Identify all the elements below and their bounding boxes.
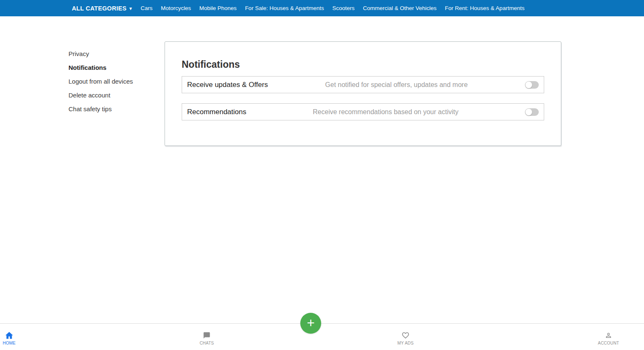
toggle-knob <box>525 82 532 88</box>
setting-description-recommendations: Receive recommendations based on your ac… <box>246 108 525 116</box>
all-categories-label: ALL CATEGORIES <box>72 5 127 12</box>
sidebar-item-chat-safety-tips[interactable]: Chat safety tips <box>68 102 133 116</box>
top-nav-item-mobile-phones[interactable]: Mobile Phones <box>199 5 236 11</box>
chat-icon <box>203 332 210 339</box>
setting-label-updates-offers: Receive updates & Offers <box>187 81 268 89</box>
top-nav-item-for-sale-houses[interactable]: For Sale: Houses & Apartments <box>245 5 324 11</box>
bottom-nav-my-ads-label: MY ADS <box>398 341 414 345</box>
bottom-nav-home-label: HOME <box>3 341 16 345</box>
top-nav-item-commercial-vehicles[interactable]: Commercial & Other Vehicles <box>363 5 436 11</box>
top-nav-item-for-rent-houses[interactable]: For Rent: Houses & Apartments <box>445 5 525 11</box>
setting-description-updates-offers: Get notified for special offers, updates… <box>268 81 525 89</box>
sidebar-item-notifications[interactable]: Notifications <box>68 61 133 74</box>
bottom-nav-chats-label: CHATS <box>200 341 214 345</box>
heart-icon <box>401 332 410 339</box>
home-icon <box>5 332 13 339</box>
setting-label-recommendations: Recommendations <box>187 108 246 116</box>
recommendations-toggle[interactable] <box>525 108 539 116</box>
all-categories-menu[interactable]: ALL CATEGORIES ▾ <box>72 5 132 12</box>
notifications-card: Notifications Receive updates & Offers G… <box>165 41 561 146</box>
sidebar-item-privacy[interactable]: Privacy <box>68 47 133 61</box>
page-title: Notifications <box>182 59 544 70</box>
toggle-knob <box>525 109 532 115</box>
sidebar-item-delete-account[interactable]: Delete account <box>68 88 133 102</box>
bottom-nav-home[interactable]: HOME <box>0 332 18 345</box>
updates-offers-toggle[interactable] <box>525 81 539 89</box>
setting-row-updates-offers: Receive updates & Offers Get notified fo… <box>182 76 544 93</box>
plus-icon: + <box>300 313 321 332</box>
settings-sidebar: Privacy Notifications Logout from all de… <box>68 47 133 116</box>
bottom-nav: HOME CHATS + MY ADS ACCOUNT <box>0 323 644 350</box>
setting-row-recommendations: Recommendations Receive recommendations … <box>182 103 544 120</box>
top-nav-item-cars[interactable]: Cars <box>141 5 153 11</box>
top-nav-item-motorcycles[interactable]: Motorcycles <box>161 5 191 11</box>
bottom-nav-account-label: ACCOUNT <box>598 341 619 345</box>
bottom-nav-account[interactable]: ACCOUNT <box>595 332 622 345</box>
bottom-nav-my-ads[interactable]: MY ADS <box>393 332 418 345</box>
person-icon <box>605 332 612 339</box>
top-nav-item-scooters[interactable]: Scooters <box>332 5 355 11</box>
top-category-bar: ALL CATEGORIES ▾ Cars Motorcycles Mobile… <box>0 0 644 16</box>
post-ad-button[interactable]: + <box>300 313 321 334</box>
chevron-down-icon: ▾ <box>129 6 132 11</box>
sidebar-item-logout-all-devices[interactable]: Logout from all devices <box>68 74 133 88</box>
bottom-nav-chats[interactable]: CHATS <box>195 332 218 345</box>
